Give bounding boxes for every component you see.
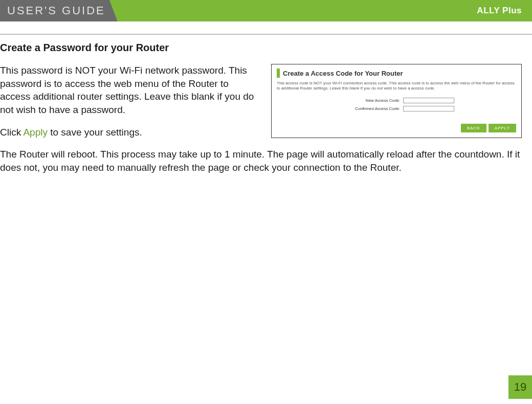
figure-title: Create a Access Code for Your Router bbox=[283, 70, 403, 77]
form-row-confirm-code: Confirmed Access Code: bbox=[277, 106, 516, 111]
product-name: ALLY Plus bbox=[477, 6, 522, 16]
apply-highlight: Apply bbox=[23, 127, 48, 138]
back-button[interactable]: BACK bbox=[461, 124, 486, 132]
paragraph-3: The Router will reboot. This process may… bbox=[0, 148, 522, 174]
para2-prefix: Click bbox=[0, 127, 23, 138]
top-row: This password is NOT your Wi-Fi network … bbox=[0, 64, 522, 148]
screenshot-figure: Create a Access Code for Your Router Thi… bbox=[271, 64, 522, 138]
confirm-access-code-label: Confirmed Access Code: bbox=[339, 106, 400, 111]
page-content: Create a Password for your Router This p… bbox=[0, 35, 532, 174]
header-left: USER'S GUIDE bbox=[0, 0, 118, 21]
figure-button-row: BACK APPLY bbox=[277, 124, 516, 132]
confirm-access-code-input[interactable] bbox=[403, 106, 454, 111]
paragraph-1: This password is NOT your Wi-Fi network … bbox=[0, 64, 261, 117]
page-header: USER'S GUIDE ALLY Plus bbox=[0, 0, 532, 21]
form-row-new-code: New Access Code: bbox=[277, 98, 516, 103]
page-number: 19 bbox=[508, 375, 532, 399]
figure-title-row: Create a Access Code for Your Router bbox=[277, 69, 516, 78]
guide-label: USER'S GUIDE bbox=[0, 0, 118, 21]
new-access-code-label: New Access Code: bbox=[339, 98, 400, 103]
para2-suffix: to save your settings. bbox=[48, 127, 142, 138]
paragraph-2: Click Apply to save your settings. bbox=[0, 126, 261, 139]
title-accent-bar bbox=[277, 69, 280, 78]
apply-button[interactable]: APPLY bbox=[489, 124, 516, 132]
left-column: This password is NOT your Wi-Fi network … bbox=[0, 64, 261, 148]
section-heading: Create a Password for your Router bbox=[0, 42, 522, 54]
figure-description: This access code is NOT your Wi-Fi conne… bbox=[277, 81, 516, 92]
new-access-code-input[interactable] bbox=[403, 98, 454, 103]
